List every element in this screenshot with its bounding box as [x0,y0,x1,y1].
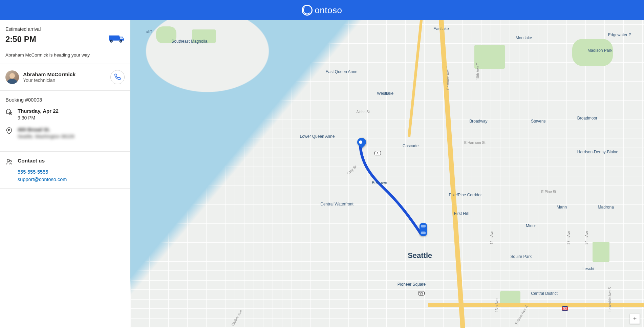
map-label: Mann [557,205,567,210]
map-label: Lakeside Ave S [608,287,612,311]
map-label: Madison Park [587,48,612,53]
delivery-van-icon [104,33,125,45]
map-label: Southeast Magnolia [171,39,207,44]
booking-datetime-row: Thursday, Apr 22 9:30 PM [5,108,125,121]
eta-time: 2:50 PM [5,35,36,44]
map-street-grid [130,20,644,328]
map-label: Lower Queen Anne [300,134,335,139]
svg-point-4 [120,41,122,42]
eta-section: Estimated arrival 2:50 PM Abraham McCorm… [0,20,130,64]
map-label: Minor [526,223,536,228]
booking-section: Booking #00003 Thursday, Apr 22 [0,91,130,152]
logo-mark-icon [302,5,313,16]
map-park [593,242,609,262]
map-label: Broadmoor [577,116,597,121]
eta-label: Estimated arrival [5,26,125,32]
phone-icon [114,73,121,81]
map-label: 34th Ave [585,231,589,245]
main-layout: Estimated arrival 2:50 PM Abraham McCorm… [0,20,644,328]
booking-address-line2: Seattle, Washington 98109 [18,134,74,139]
brand-name: ontoso [315,5,342,16]
contact-phone-link[interactable]: 555-555-5555 [18,169,125,175]
app-header: ontoso [0,0,644,20]
heading-message: Abraham McCormick is heading your way [5,52,125,58]
tracking-map[interactable]: cliff Southeast Magnolia Eastlake Montla… [130,20,644,328]
map-park [500,291,520,305]
svg-rect-5 [7,110,11,114]
technician-avatar [5,70,19,84]
map-label: East Queen Anne [325,69,357,74]
booking-time: 9:30 PM [18,115,59,121]
map-label-city: Seattle [408,251,432,260]
booking-address-row: 400 Broad St. Seattle, Washington 98109 [5,127,125,139]
highway-shield-icon: 99 [374,151,381,155]
svg-point-14 [10,160,12,162]
technician-info: Abraham McCormick Your technician [23,71,106,83]
map-label: Leschi [582,266,594,271]
calendar-clock-icon [5,108,13,115]
map-label: Pike/Pine Corridor [449,193,482,197]
map-label: Central District [531,291,558,296]
map-label: Broadway [469,119,487,124]
map-label: Eastlake [433,26,449,31]
map-label: Westlake [377,91,393,96]
eta-row: 2:50 PM [5,33,125,49]
brand-logo: ontoso [302,5,342,16]
map-label: Harrison-Denny-Blaine [577,150,618,154]
plus-icon: + [633,315,637,323]
map-label: Madrona [598,205,614,210]
map-label: cliff [146,29,152,34]
technician-name: Abraham McCormick [23,71,106,78]
highway-shield-icon: 99 [418,291,425,296]
svg-rect-0 [109,36,120,41]
headset-icon [5,158,13,165]
map-label: Cascade [403,144,418,148]
vehicle-marker-icon [420,223,427,236]
contact-section: Contact us 555-555-5555 support@contoso.… [0,152,130,189]
booking-address-line1: 400 Broad St. [18,127,74,132]
map-label: Edgewater P [608,32,631,37]
svg-point-13 [7,159,9,162]
map-label: Eastlake Ave E [446,66,450,89]
location-pin-icon [5,127,13,134]
technician-section: Abraham McCormick Your technician [0,64,130,91]
technician-role: Your technician [23,78,106,83]
map-label: 27th Ave [567,231,571,245]
contact-heading: Contact us [18,158,45,164]
booking-title: Booking #00003 [5,97,125,103]
details-sidebar: Estimated arrival 2:50 PM Abraham McCorm… [0,20,130,328]
map-label: Montlake [516,36,532,40]
map-label: Central Waterfront [320,202,353,206]
call-technician-button[interactable] [110,70,125,84]
map-label: Aloha St [356,110,370,114]
svg-line-11 [10,113,11,114]
map-label: First Hill [454,211,469,216]
interstate-shield-icon: 90 [562,306,568,311]
svg-point-2 [111,41,112,42]
map-label: Stevens [531,119,545,124]
map-label: Belltown [372,180,387,185]
contact-email-link[interactable]: support@contoso.com [18,177,125,182]
booking-date: Thursday, Apr 22 [18,108,59,114]
map-label: E Harrison St [464,140,485,145]
map-label: Squire Park [511,254,532,259]
map-label: 10th Ave E [476,63,480,80]
svg-point-12 [8,129,10,131]
map-label: E Pine St [541,190,556,194]
map-label: 13th Ave [495,299,499,312]
map-label: Pioneer Square [398,282,426,287]
zoom-in-button[interactable]: + [630,314,640,324]
map-label: 12th Ave [490,231,494,245]
